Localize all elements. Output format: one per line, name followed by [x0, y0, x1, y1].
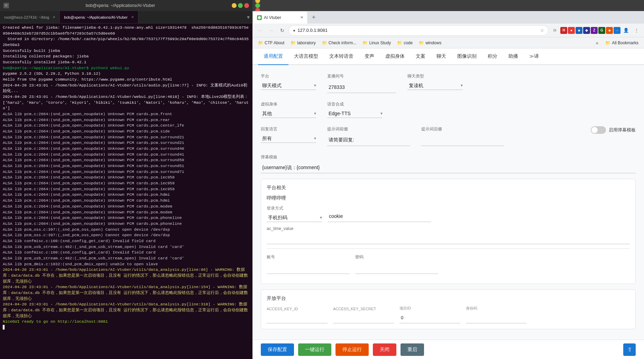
restart-button[interactable]: 重启 — [401, 343, 424, 356]
terminal-line: ALSA lib pcm_usb_stream.c:482:(_snd_pcm_… — [3, 244, 250, 250]
browser-tab-ai-vtuber[interactable]: AI Vtuber ✕ — [252, 11, 308, 24]
account-label: 账号 — [267, 254, 350, 260]
voice-synthesis-select[interactable]: Edge-TTS — [327, 109, 379, 118]
ac-time-value-field: ac_time_value — [267, 226, 630, 244]
platform-select-wrapper[interactable]: 聊天模式 ▾ — [261, 81, 316, 90]
refresh-button[interactable]: ↻ — [277, 26, 287, 35]
address-bar[interactable]: ● 127.0.0.1:8081 ☆ — [288, 25, 549, 36]
forward-button[interactable]: → — [266, 26, 276, 35]
chat-type-select-wrapper[interactable]: 复读机 ▾ — [407, 81, 463, 90]
back-button[interactable]: ← — [255, 26, 265, 35]
project-id-input[interactable] — [399, 312, 460, 323]
cookie-input[interactable] — [328, 210, 431, 222]
star-icon[interactable]: ☆ — [540, 28, 544, 33]
nav-tab-tts[interactable]: 文本转语音 — [324, 48, 359, 65]
ext-icon-4[interactable]: ◆ — [583, 27, 590, 34]
terminal-line: 2024-04-20 23:43:01 - /home/bob/Applicat… — [3, 302, 250, 319]
terminal-line: ALSA lib pcm.c:2664:(snd_pcm_open_noupda… — [3, 210, 250, 215]
bookmark-windows[interactable]: 📁 windows — [416, 40, 444, 46]
profile-button[interactable]: 👤 — [621, 26, 631, 35]
terminal-tab-1-close[interactable]: ✕ — [53, 15, 55, 19]
password-input[interactable] — [355, 262, 438, 274]
nav-tab-avatar[interactable]: 虚拟身体 — [380, 48, 410, 65]
ext-icon-3[interactable]: ■ — [576, 27, 582, 34]
ext-icon-1[interactable]: H — [560, 27, 567, 34]
scroll-top-button[interactable]: ⇧ — [623, 343, 636, 356]
terminal-container: bob@xperia: ~/Applications/AI-Vtuber roo… — [0, 0, 252, 359]
bookmarks-more-button[interactable]: » — [594, 39, 601, 46]
nav-tab-image-recog[interactable]: 图像识别 — [452, 48, 482, 65]
ext-icon-2[interactable]: ● — [568, 27, 575, 34]
maximize-button[interactable] — [238, 3, 243, 8]
menu-button[interactable]: ⋮ — [632, 26, 641, 35]
stop-button[interactable]: 停止运行 — [335, 343, 369, 356]
terminal-line: ALSA lib pcm.c:2664:(snd_pcm_open_noupda… — [3, 117, 250, 123]
live-id-input[interactable] — [327, 81, 396, 93]
terminal-line: ALSA lib pcm.c:2664:(snd_pcm_open_noupda… — [3, 175, 250, 181]
ext-icon-7[interactable]: ■ — [606, 27, 613, 34]
voice-synthesis-select-wrapper[interactable]: Edge-TTS ▾ — [327, 109, 383, 118]
nav-tab-points[interactable]: 积分 — [482, 48, 503, 65]
prompt-suffix-input[interactable] — [421, 134, 504, 146]
ac-time-value-input[interactable] — [267, 232, 630, 244]
nav-tab-voice[interactable]: 变声 — [359, 48, 380, 65]
login-method-select-wrapper[interactable]: 手机扫码 cookie ▾ — [267, 213, 322, 222]
bookmark-linux[interactable]: 📁 Linux Study — [360, 40, 394, 46]
enable-danmu-template-toggle[interactable] — [591, 126, 606, 134]
project-id-field: 项目ID — [399, 306, 460, 323]
chat-type-select[interactable]: 复读机 — [407, 81, 459, 90]
bookmark-all[interactable]: 📁 All Bookmarks — [602, 40, 641, 46]
access-key-id-input[interactable] — [267, 312, 328, 323]
terminal-tab-arrow[interactable]: ▾ — [244, 11, 252, 23]
nav-tab-llm[interactable]: 大语言模型 — [288, 48, 324, 65]
new-tab-button[interactable]: + — [308, 11, 320, 24]
close-button-app[interactable]: 关闭 — [373, 343, 396, 356]
reply-language-select[interactable]: 所有 — [261, 134, 313, 142]
live-id-field: 直播间号 — [327, 73, 396, 93]
action-bar: 保存配置 一键运行 停止运行 关闭 重启 ⇧ — [252, 340, 644, 359]
ext-icon-5[interactable]: Z — [591, 27, 598, 34]
extensions-button[interactable]: ⛭ — [550, 26, 560, 35]
terminal-line: ALSA lib pcm.c:2664:(snd_pcm_open_noupda… — [3, 198, 250, 204]
save-config-button[interactable]: 保存配置 — [261, 343, 294, 356]
bookmark-code[interactable]: 📁 code — [394, 40, 415, 46]
browser-maximize-button[interactable] — [255, 3, 260, 8]
account-input[interactable] — [267, 262, 350, 274]
bookmark-check[interactable]: 📁 Check inform... — [319, 40, 359, 46]
nav-tab-translate[interactable]: ≫译 — [524, 48, 544, 65]
platform-select[interactable]: 聊天模式 — [261, 81, 313, 90]
login-method-select[interactable]: 手机扫码 cookie — [267, 213, 319, 222]
ext-icon-6[interactable]: G — [598, 27, 605, 34]
close-button[interactable] — [244, 3, 249, 8]
terminal-line: NiceGUI ready to go on http://localhost:… — [3, 319, 250, 325]
nav-tab-general[interactable]: 通用配置 — [258, 48, 288, 65]
platform-field: 平台 聊天模式 ▾ — [261, 73, 316, 90]
identity-code-input[interactable] — [466, 312, 527, 323]
reply-language-select-wrapper[interactable]: 所有 ▾ — [261, 134, 316, 143]
danmu-template-input[interactable] — [261, 162, 636, 173]
terminal-line: 2024-04-20 23:43:01 - /home/bob/Applicat… — [3, 83, 250, 94]
terminal-tab-2-close[interactable]: ✕ — [131, 15, 134, 19]
divider — [267, 248, 630, 249]
run-button[interactable]: 一键运行 — [298, 343, 331, 356]
browser-minimize-button[interactable] — [255, 0, 260, 3]
prompt-prefix-input[interactable] — [327, 134, 410, 146]
nav-tab-assistant[interactable]: 助播 — [503, 48, 524, 65]
bookmark-ctf[interactable]: 📁 CTF About — [255, 40, 287, 46]
terminal-tab-2[interactable]: bob@xperia: ~/Applications/AI-Vtuber ✕ — [60, 11, 138, 23]
browser-tab-close[interactable]: ✕ — [300, 15, 303, 20]
terminal-line: ALSA lib pcm.c:2664:(snd_pcm_open_noupda… — [3, 192, 250, 198]
bookmark-laboratory[interactable]: 📁 laboratory — [288, 40, 318, 46]
nav-tab-chat[interactable]: 聊天 — [431, 48, 452, 65]
virtual-body-select[interactable]: 其他 — [261, 109, 313, 118]
virtual-body-select-wrapper[interactable]: 其他 ▾ — [261, 109, 316, 118]
terminal-tab-1[interactable]: root@hecs-227416: ~/blog ✕ — [0, 11, 60, 23]
ext-icon-8[interactable]: → — [614, 27, 620, 34]
terminal-output[interactable]: Created wheel for jieba: filename=jieba-… — [0, 24, 252, 359]
minimize-button[interactable] — [232, 3, 237, 8]
access-key-secret-input[interactable] — [333, 312, 394, 323]
nav-tab-script[interactable]: 文案 — [410, 48, 431, 65]
terminal-tab-2-label: bob@xperia: ~/Applications/AI-Vtuber — [64, 15, 128, 19]
bookmark-folder-icon-2: 📁 — [291, 40, 296, 45]
terminal-line: ALSA lib pcm_dmix.c:1032:(snd_pcm_dmix_o… — [3, 261, 250, 267]
